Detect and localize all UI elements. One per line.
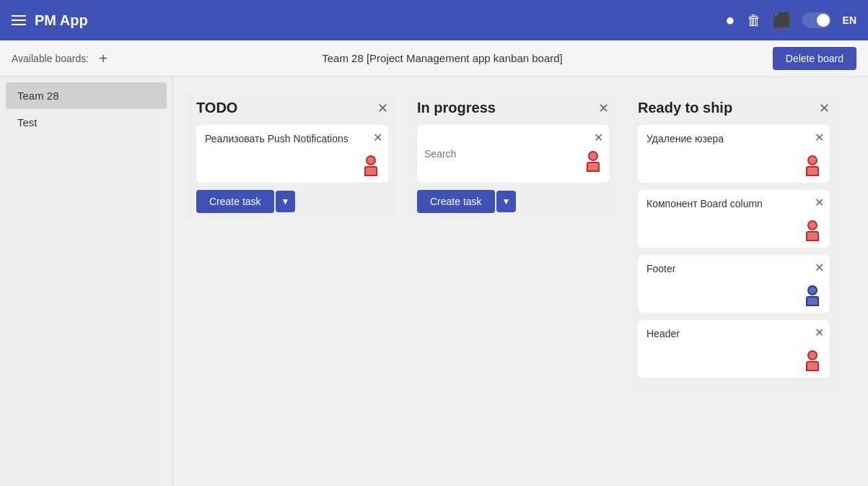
column-todo-close-button[interactable]: ✕ [377, 102, 388, 115]
task-card-search: ✕ [417, 125, 609, 183]
avatar-head [366, 155, 376, 165]
task-avatar [802, 285, 824, 307]
board-area: TODO ✕ Реализовать Push Notifications ✕ … [173, 77, 868, 486]
task-close-button[interactable]: ✕ [815, 326, 824, 339]
sidebar-item-label: Team 28 [17, 90, 59, 102]
header-right: ● 🗑 ⬛ EN [725, 11, 856, 30]
user-profile-icon[interactable]: ● [725, 11, 735, 30]
avatar-body [587, 162, 600, 172]
subheader-left: Available boards: + [12, 50, 112, 67]
task-title: Удаление юзера [646, 133, 738, 144]
board-title: Team 28 [Project Management app kanban b… [322, 52, 563, 64]
column-rts-header: Ready to ship ✕ [638, 100, 830, 116]
avatar-figure [802, 155, 823, 181]
task-close-button[interactable]: ✕ [815, 131, 824, 144]
task-title: Компонент Board column [646, 198, 777, 209]
task-avatar [802, 350, 824, 372]
sidebar-item-label: Test [17, 116, 38, 129]
task-title: Footer [646, 263, 690, 274]
subheader: Available boards: + Team 28 [Project Man… [0, 40, 868, 77]
task-avatar [361, 155, 382, 177]
search-input[interactable] [424, 148, 602, 160]
column-in-progress-close-button[interactable]: ✕ [598, 102, 609, 115]
column-in-progress-title: In progress [417, 100, 496, 116]
create-task-row-inprogress: Create task ▼ [417, 190, 609, 213]
search-close-button[interactable]: ✕ [594, 131, 603, 144]
available-boards-label: Available boards: [12, 53, 89, 64]
create-task-dropdown-inprogress[interactable]: ▼ [496, 191, 517, 212]
avatar-figure [802, 350, 823, 376]
avatar-head [588, 151, 598, 161]
task-card-header: Header ✕ [638, 320, 830, 378]
column-todo: TODO ✕ Реализовать Push Notifications ✕ … [188, 91, 397, 222]
column-in-progress-header: In progress ✕ [417, 100, 609, 116]
column-todo-title: TODO [196, 100, 237, 116]
avatar-body [364, 166, 377, 176]
task-card-board-column: Компонент Board column ✕ [638, 190, 830, 248]
avatar-head [807, 155, 817, 165]
column-in-progress: In progress ✕ ✕ Create task ▼ [408, 91, 618, 222]
column-ready-to-ship: Ready to ship ✕ Удаление юзера ✕ Компоне… [629, 91, 838, 394]
add-board-button[interactable]: + [95, 50, 112, 67]
task-close-button[interactable]: ✕ [815, 261, 824, 274]
task-avatar [802, 220, 824, 242]
task-close-button[interactable]: ✕ [815, 196, 824, 209]
toggle-knob [817, 14, 830, 27]
create-task-dropdown-todo[interactable]: ▼ [276, 191, 296, 212]
sidebar: Team 28 Test [0, 77, 173, 486]
column-rts-title: Ready to ship [638, 100, 732, 116]
trash-icon[interactable]: 🗑 [747, 12, 761, 29]
avatar-figure [583, 151, 603, 177]
avatar-figure [802, 220, 823, 246]
avatar-body [806, 166, 819, 176]
create-task-button-inprogress[interactable]: Create task [417, 190, 495, 213]
avatar-head [807, 220, 817, 230]
column-todo-header: TODO ✕ [196, 100, 388, 116]
column-rts-close-button[interactable]: ✕ [819, 102, 830, 115]
avatar-body [806, 361, 819, 371]
delete-board-button[interactable]: Delete board [773, 47, 856, 70]
language-label[interactable]: EN [843, 14, 856, 26]
avatar-body [806, 296, 819, 306]
task-title: Реализовать Push Notifications [205, 133, 363, 144]
task-avatar-search [583, 151, 603, 177]
avatar-head [807, 285, 817, 295]
exit-icon[interactable]: ⬛ [773, 12, 791, 29]
task-card-delete-user: Удаление юзера ✕ [638, 125, 830, 183]
app-title: PM App [35, 12, 88, 29]
avatar-body [806, 231, 819, 241]
task-card-footer: Footer ✕ [638, 255, 830, 313]
avatar-head [807, 350, 817, 360]
sidebar-item-test[interactable]: Test [6, 109, 167, 136]
task-avatar [802, 155, 824, 177]
hamburger-menu-icon[interactable] [12, 15, 26, 25]
task-card-push-notifications: Реализовать Push Notifications ✕ [196, 125, 388, 183]
avatar-figure [361, 155, 381, 181]
app-header: PM App ● 🗑 ⬛ EN [0, 0, 868, 40]
header-left: PM App [12, 12, 88, 29]
task-close-button[interactable]: ✕ [373, 131, 382, 144]
avatar-figure [802, 285, 823, 311]
create-task-button-todo[interactable]: Create task [196, 190, 274, 213]
theme-toggle[interactable] [802, 12, 831, 28]
task-title: Header [646, 328, 694, 339]
create-task-row-todo: Create task ▼ [196, 190, 388, 213]
sidebar-item-team28[interactable]: Team 28 [6, 82, 167, 109]
main-layout: Team 28 Test TODO ✕ Реализовать Push Not… [0, 77, 868, 486]
